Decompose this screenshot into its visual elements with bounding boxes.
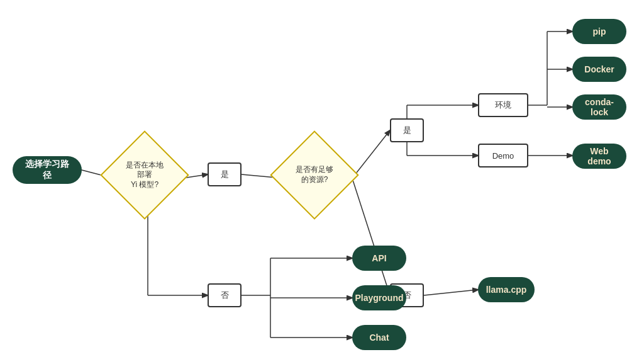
docker-node: Docker bbox=[572, 57, 626, 82]
conda-node: conda-lock bbox=[572, 94, 626, 120]
diamond1-node: 是否在本地部署Yi 模型? bbox=[113, 144, 176, 207]
demo-node: Demo bbox=[478, 144, 528, 167]
pip-node: pip bbox=[572, 19, 626, 44]
flowchart-canvas: 选择学习路径 是否在本地部署Yi 模型? 是 否 是否有足够的资源? 是 否 环… bbox=[0, 0, 644, 352]
diamond2-node: 是否有足够的资源? bbox=[283, 144, 346, 207]
api-node: API bbox=[352, 246, 406, 271]
yes2-node: 是 bbox=[390, 118, 424, 142]
chat-node: Chat bbox=[352, 325, 406, 350]
diamond1-label: 是否在本地部署Yi 模型? bbox=[113, 144, 176, 207]
playground-node: Playground bbox=[352, 285, 406, 310]
svg-line-6 bbox=[352, 178, 390, 295]
start-node: 选择学习路径 bbox=[13, 156, 82, 184]
yes1-node: 是 bbox=[208, 162, 242, 186]
diamond2-label: 是否有足够的资源? bbox=[283, 144, 346, 207]
env-node: 环境 bbox=[478, 93, 528, 117]
svg-line-17 bbox=[424, 290, 478, 295]
svg-line-5 bbox=[352, 130, 390, 178]
webdemo-node: Web demo bbox=[572, 144, 626, 169]
no1-node: 否 bbox=[208, 283, 242, 307]
llama-node: llama.cpp bbox=[478, 277, 535, 302]
